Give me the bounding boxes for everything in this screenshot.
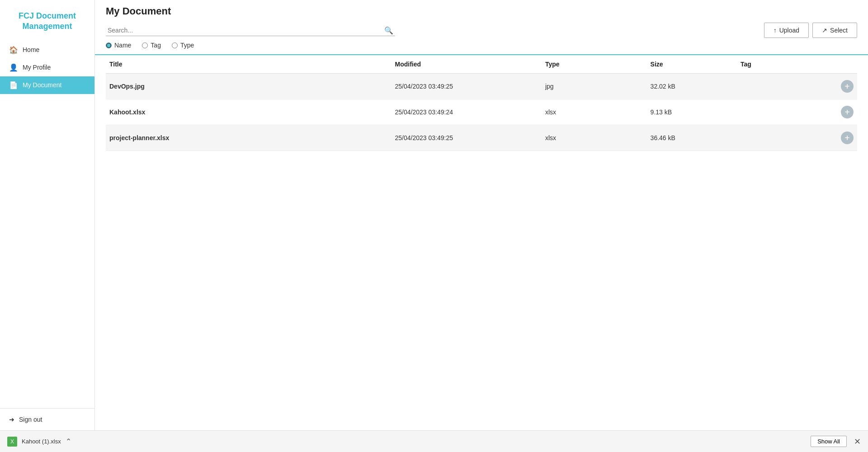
search-wrapper: 🔍 — [106, 25, 395, 36]
cell-tag: + — [737, 74, 857, 99]
sidebar: FCJ Document Management 🏠 Home 👤 My Prof… — [0, 0, 95, 430]
logo-text: FCJ Document Management — [7, 11, 87, 32]
add-tag-button[interactable]: + — [841, 132, 854, 144]
table-row[interactable]: Kahoot.xlsx25/04/2023 03:49:24xlsx9.13 k… — [106, 99, 857, 125]
filter-name[interactable]: Name — [106, 42, 131, 49]
document-table-wrapper: Title Modified Type Size Tag DevOps.jpg2… — [95, 55, 868, 430]
sign-out-button[interactable]: ➜ Sign out — [9, 416, 85, 423]
table-body: DevOps.jpg25/04/2023 03:49:25jpg32.02 kB… — [106, 74, 857, 151]
cell-modified: 25/04/2023 03:49:25 — [392, 125, 542, 151]
search-row: 🔍 ↑ Upload ↗ Select — [106, 23, 857, 38]
search-input[interactable] — [106, 25, 395, 36]
excel-icon: X — [7, 437, 17, 447]
sidebar-item-my-document[interactable]: 📄 My Document — [0, 76, 94, 94]
chevron-up-button[interactable]: ⌃ — [66, 437, 71, 446]
select-icon: ↗ — [822, 27, 827, 34]
filter-name-radio[interactable] — [106, 42, 112, 48]
cell-title: DevOps.jpg — [106, 74, 392, 99]
cell-tag: + — [737, 99, 857, 125]
col-tag: Tag — [737, 55, 857, 74]
app-logo: FCJ Document Management — [0, 0, 94, 41]
search-icon: 🔍 — [384, 27, 393, 34]
sidebar-item-document-label: My Document — [23, 81, 61, 89]
sidebar-item-home[interactable]: 🏠 Home — [0, 41, 94, 59]
download-item: X Kahoot (1).xlsx ⌃ — [7, 437, 71, 447]
cell-modified: 25/04/2023 03:49:25 — [392, 74, 542, 99]
table-row[interactable]: project-planner.xlsx25/04/2023 03:49:25x… — [106, 125, 857, 151]
main-content: My Document 🔍 ↑ Upload ↗ Select — [95, 0, 868, 430]
document-table: Title Modified Type Size Tag DevOps.jpg2… — [106, 55, 857, 151]
cell-tag: + — [737, 125, 857, 151]
filter-type[interactable]: Type — [172, 42, 194, 49]
cell-type: xlsx — [542, 99, 647, 125]
signout-icon: ➜ — [9, 416, 14, 423]
filter-tag[interactable]: Tag — [142, 42, 161, 49]
cell-type: jpg — [542, 74, 647, 99]
show-all-button[interactable]: Show All — [811, 436, 847, 447]
document-icon: 📄 — [9, 81, 18, 89]
filter-row: Name Tag Type — [106, 42, 857, 49]
sidebar-item-my-profile[interactable]: 👤 My Profile — [0, 59, 94, 76]
bottom-bar: X Kahoot (1).xlsx ⌃ Show All ✕ — [0, 430, 868, 452]
col-type: Type — [542, 55, 647, 74]
top-bar: My Document 🔍 ↑ Upload ↗ Select — [95, 0, 868, 55]
add-tag-button[interactable]: + — [841, 106, 854, 118]
page-title: My Document — [106, 5, 857, 17]
col-modified: Modified — [392, 55, 542, 74]
filter-type-radio[interactable] — [172, 42, 178, 48]
signout-label: Sign out — [19, 416, 42, 423]
cell-type: xlsx — [542, 125, 647, 151]
sidebar-footer: ➜ Sign out — [0, 408, 94, 430]
table-header: Title Modified Type Size Tag — [106, 55, 857, 74]
cell-title: project-planner.xlsx — [106, 125, 392, 151]
cell-size: 32.02 kB — [647, 74, 737, 99]
action-buttons: ↑ Upload ↗ Select — [764, 23, 857, 38]
cell-modified: 25/04/2023 03:49:24 — [392, 99, 542, 125]
cell-size: 9.13 kB — [647, 99, 737, 125]
sidebar-item-profile-label: My Profile — [23, 64, 51, 71]
bottom-right: Show All ✕ — [811, 436, 861, 447]
close-bottom-bar-button[interactable]: ✕ — [854, 437, 861, 447]
add-tag-button[interactable]: + — [841, 80, 854, 93]
download-filename: Kahoot (1).xlsx — [22, 438, 61, 445]
filter-tag-radio[interactable] — [142, 42, 148, 48]
cell-size: 36.46 kB — [647, 125, 737, 151]
profile-icon: 👤 — [9, 63, 18, 72]
sidebar-nav: 🏠 Home 👤 My Profile 📄 My Document — [0, 41, 94, 408]
col-size: Size — [647, 55, 737, 74]
search-button[interactable]: 🔍 — [384, 26, 393, 35]
select-button[interactable]: ↗ Select — [812, 23, 857, 38]
upload-icon: ↑ — [774, 27, 777, 34]
sidebar-item-home-label: Home — [23, 46, 39, 53]
upload-button[interactable]: ↑ Upload — [764, 23, 809, 38]
home-icon: 🏠 — [9, 46, 18, 54]
col-title: Title — [106, 55, 392, 74]
table-row[interactable]: DevOps.jpg25/04/2023 03:49:25jpg32.02 kB… — [106, 74, 857, 99]
cell-title: Kahoot.xlsx — [106, 99, 392, 125]
